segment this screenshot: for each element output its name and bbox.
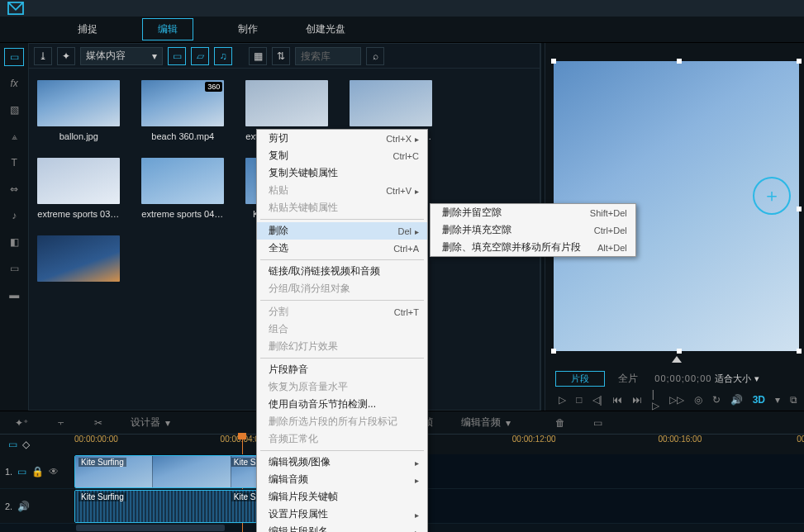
menu-link-unlink[interactable]: 链接/取消链接视频和音频 bbox=[257, 263, 427, 280]
tab-capture[interactable]: 捕捉 bbox=[74, 17, 101, 41]
subtitle-room-icon[interactable]: ▬ bbox=[4, 286, 24, 304]
tab-disc[interactable]: 创建光盘 bbox=[302, 17, 349, 41]
search-icon[interactable]: ⌕ bbox=[366, 47, 384, 65]
filter-video-icon[interactable]: ▭ bbox=[168, 47, 186, 65]
media-item[interactable] bbox=[37, 235, 120, 282]
menu-delete[interactable]: 删除Del bbox=[257, 222, 427, 240]
stop-icon[interactable]: □ bbox=[576, 394, 582, 406]
media-item-label: ballon.jpg bbox=[37, 131, 120, 141]
media-item[interactable]: extreme sports 03.... bbox=[37, 158, 120, 219]
resize-handle[interactable] bbox=[551, 59, 556, 64]
new-folder-icon[interactable]: ✦ bbox=[57, 47, 75, 65]
magic-tools-icon[interactable]: ✦⁺ bbox=[8, 416, 35, 430]
track-video-icon[interactable]: ▭ bbox=[17, 466, 26, 477]
track-lane[interactable]: Kite Surfing Kite Surfing bbox=[74, 489, 804, 523]
menu-copy[interactable]: 复制Ctrl+C bbox=[257, 147, 427, 164]
loop-icon[interactable]: ↻ bbox=[712, 394, 721, 406]
submenu-delete-keep-gap[interactable]: 删除并留空隙Shift+Del bbox=[431, 204, 635, 221]
tab-produce[interactable]: 制作 bbox=[235, 17, 261, 41]
track-lane[interactable]: Kite Surfing Kite Surfing bbox=[74, 454, 804, 488]
volume-icon[interactable]: 🔊 bbox=[730, 394, 743, 406]
resize-handle[interactable] bbox=[797, 207, 802, 211]
more-icon[interactable]: ▭ bbox=[587, 416, 609, 430]
scrollbar-thumb[interactable] bbox=[76, 525, 225, 531]
designer-dropdown[interactable]: 设计器 ▾ bbox=[124, 414, 177, 431]
particle-room-icon[interactable]: ⟁ bbox=[4, 127, 24, 145]
cut-tool-icon[interactable]: ✂ bbox=[88, 416, 109, 430]
track-number: 1. bbox=[5, 467, 12, 477]
voice-room-icon[interactable]: ◧ bbox=[4, 233, 24, 251]
submenu-delete-fill-move[interactable]: 删除、填充空隙并移动所有片段Alt+Del bbox=[431, 239, 635, 256]
menu-label: 恢复为原音量水平 bbox=[269, 380, 348, 394]
title-room-icon[interactable]: T bbox=[4, 154, 24, 172]
menu-clip-mute[interactable]: 片段静音 bbox=[257, 361, 427, 378]
3d-icon[interactable]: 3D bbox=[753, 394, 765, 406]
menu-edit-keyframe[interactable]: 编辑片段关键帧 bbox=[257, 488, 427, 506]
media-item[interactable]: ballon.jpg bbox=[37, 80, 120, 141]
menu-audio-normalize: 音频正常化 bbox=[257, 430, 427, 448]
menu-auto-beat[interactable]: 使用自动音乐节拍检测... bbox=[257, 396, 427, 413]
timeline-view-icon[interactable]: ▭ bbox=[8, 439, 17, 450]
chapter-room-icon[interactable]: ▭ bbox=[4, 259, 24, 278]
filter-image-icon[interactable]: ▱ bbox=[191, 47, 209, 65]
menu-cut[interactable]: 剪切Ctrl+X bbox=[257, 130, 427, 147]
clip-label: Kite Surfing bbox=[78, 492, 126, 501]
menu-select-all[interactable]: 全选Ctrl+A bbox=[257, 240, 427, 257]
snapshot-icon[interactable]: ◎ bbox=[694, 394, 702, 406]
quality-icon[interactable]: ▾ bbox=[775, 394, 780, 406]
step-fwd-icon[interactable]: ⏭ bbox=[632, 394, 642, 406]
main-tabs: 捕捉 编辑 制作 创建光盘 bbox=[0, 17, 804, 43]
preview-mode-segment[interactable]: 片段 bbox=[555, 371, 605, 387]
media-item[interactable]: 360beach 360.mp4 bbox=[141, 80, 224, 141]
sort-icon[interactable]: ⇅ bbox=[272, 47, 290, 65]
step-back-icon[interactable]: ⏮ bbox=[612, 394, 622, 406]
split-tool-icon[interactable]: ⫟ bbox=[50, 416, 73, 430]
preview-mode-full[interactable]: 全片 bbox=[608, 371, 648, 387]
timeline-ruler[interactable]: 00:00:00:00 00:00:04:00 00:00:08:00 00:0… bbox=[74, 435, 804, 454]
menu-set-clip-attr[interactable]: 设置片段属性 bbox=[257, 506, 427, 523]
play-icon[interactable]: ▷ bbox=[559, 394, 566, 406]
import-media-icon[interactable]: ⤓ bbox=[34, 47, 52, 65]
menu-edit-audio[interactable]: 编辑音频 bbox=[257, 471, 427, 488]
menu-edit-alias[interactable]: 编辑片段别名 bbox=[257, 523, 427, 532]
menu-copy-keyframe-attr[interactable]: 复制关键帧属性 bbox=[257, 164, 427, 182]
resize-handle[interactable] bbox=[797, 59, 802, 64]
trash-icon[interactable]: 🗑 bbox=[549, 416, 572, 430]
menu-label: 使用自动音乐节拍检测... bbox=[269, 397, 376, 411]
filter-audio-icon[interactable]: ♫ bbox=[214, 47, 232, 65]
track-lock-icon[interactable]: 🔒 bbox=[31, 466, 44, 477]
preview-fit-dropdown[interactable]: 适合大小▾ bbox=[715, 373, 759, 385]
menu-shortcut: Ctrl+V bbox=[386, 186, 419, 196]
undock-icon[interactable]: ⧉ bbox=[790, 394, 797, 406]
view-thumbnails-icon[interactable]: ▦ bbox=[249, 47, 267, 65]
menu-separator bbox=[260, 259, 424, 260]
menu-edit-video-image[interactable]: 编辑视频/图像 bbox=[257, 454, 427, 471]
track-header[interactable]: 2. 🔊 bbox=[0, 501, 74, 512]
fx-room-icon[interactable]: fx bbox=[4, 74, 24, 93]
submenu-delete-fill-gap[interactable]: 删除并填充空隙Ctrl+Del bbox=[431, 221, 635, 239]
media-filter-dropdown[interactable]: 媒体内容▾ bbox=[80, 47, 163, 65]
transition-room-icon[interactable]: ⇔ bbox=[4, 180, 24, 198]
fast-fwd-icon[interactable]: ▷▷ bbox=[669, 394, 684, 406]
menu-shortcut: Del bbox=[397, 226, 419, 236]
menu-split: 分割Ctrl+T bbox=[257, 303, 427, 321]
pip-room-icon[interactable]: ▧ bbox=[4, 101, 24, 119]
add-zoom-icon[interactable]: ＋ bbox=[753, 177, 791, 215]
track-header[interactable]: 1. ▭ 🔒 👁 bbox=[0, 466, 74, 477]
menu-shortcut: Ctrl+A bbox=[393, 244, 419, 254]
edit-audio-dropdown[interactable]: 编辑音频 ▾ bbox=[454, 414, 517, 431]
timeline-marker-icon[interactable]: ◇ bbox=[22, 439, 30, 450]
chevron-down-icon: ▾ bbox=[754, 373, 759, 384]
media-room-icon[interactable]: ▭ bbox=[4, 48, 24, 66]
track-audio-icon[interactable]: 🔊 bbox=[17, 501, 30, 512]
resize-handle[interactable] bbox=[677, 59, 682, 64]
prev-frame-icon[interactable]: ◁| bbox=[592, 394, 602, 406]
media-item[interactable]: extreme sports 04.... bbox=[141, 158, 224, 219]
media-filter-label: 媒体内容 bbox=[86, 49, 126, 63]
next-frame-icon[interactable]: |▷ bbox=[652, 388, 659, 411]
library-search-input[interactable]: 搜索库 bbox=[295, 47, 361, 65]
track-visible-icon[interactable]: 👁 bbox=[49, 466, 59, 477]
audio-room-icon[interactable]: ♪ bbox=[4, 207, 24, 225]
tab-edit[interactable]: 编辑 bbox=[142, 18, 193, 40]
badge-360: 360 bbox=[205, 82, 222, 92]
